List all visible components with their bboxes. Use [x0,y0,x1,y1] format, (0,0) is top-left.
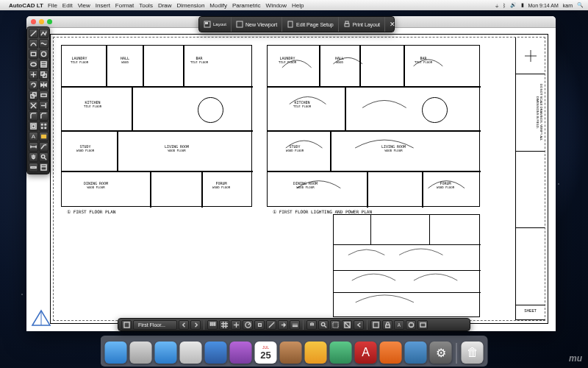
app-name[interactable]: AutoCAD LT [9,2,43,9]
dock-settings[interactable]: ⚙ [430,342,452,364]
menu-modify[interactable]: Modify [209,2,227,9]
menu-tools[interactable]: Tools [139,2,153,9]
dock-pages[interactable] [380,342,402,364]
dock-finder[interactable] [105,342,127,364]
svg-line-71 [324,325,326,328]
menu-edit[interactable]: Edit [62,2,73,9]
model-paper-toggle[interactable] [121,320,132,330]
tool-palette[interactable]: A [26,26,50,174]
tool-copy[interactable] [39,70,49,79]
tool-polyline[interactable] [39,29,49,38]
svg-rect-26 [32,125,35,128]
osnap-toggle[interactable] [254,320,265,330]
dock-calendar[interactable]: JUL25 [255,342,277,364]
svg-rect-46 [345,24,349,26]
tool-chamfer[interactable] [39,111,49,121]
tool-properties[interactable] [39,163,49,172]
tool-ellipse[interactable] [29,60,38,69]
tool-trim[interactable] [29,101,38,110]
layout-next[interactable] [190,320,201,330]
tool-rotate[interactable] [29,80,38,90]
lock-viewport[interactable] [382,320,392,330]
dock-photos[interactable] [305,342,327,364]
tool-fillet[interactable] [29,111,38,121]
print-layout-button[interactable]: Print Layout [339,17,385,32]
dock-itunes[interactable] [230,342,252,364]
wifi-icon[interactable]: ⏚ [495,3,498,8]
snap-toggle[interactable] [207,320,218,330]
bluetooth-icon[interactable]: ᛒ [503,3,506,8]
menu-parametric[interactable]: Parametric [232,2,261,9]
spotlight-icon[interactable]: 🔍 [577,2,584,8]
tool-mtext[interactable] [39,132,49,141]
menu-dimension[interactable]: Dimension [177,2,205,9]
zoom-tool[interactable] [318,320,329,330]
tool-hatch[interactable] [39,60,49,69]
tool-leader[interactable] [39,142,49,152]
layout-selector[interactable]: First Floor... [133,320,177,330]
tool-mirror[interactable] [39,80,49,90]
lineweight-toggle[interactable] [290,320,300,330]
menu-insert[interactable]: Insert [96,2,110,9]
annotation-scale[interactable]: A [394,320,404,330]
drawing-canvas[interactable]: LAUNDRYTILE FLOOR HALLWOOD BARTILE FLOOR… [26,28,556,331]
menu-window[interactable]: Window [266,2,287,9]
layout-prev[interactable] [179,320,189,330]
polar-toggle[interactable] [243,320,253,330]
tool-dimension[interactable] [29,142,38,152]
new-viewport-button[interactable]: New Viewport [232,17,282,32]
tool-stretch[interactable] [39,91,49,100]
dock-trash[interactable]: 🗑 [462,342,484,364]
dock-appstore[interactable] [205,342,227,364]
tool-pan[interactable] [29,152,38,162]
layout-toolbar-close[interactable]: ✕ [385,17,394,32]
dock-autocad[interactable]: A [355,342,377,364]
user-menu[interactable]: kam [563,3,573,8]
zoom-window[interactable] [330,320,340,330]
tool-arc[interactable] [29,39,38,49]
dyn-toggle[interactable] [278,320,288,330]
tool-measure[interactable] [29,163,38,172]
dock-facetime[interactable] [330,342,352,364]
tool-circle[interactable] [39,49,49,59]
clean-screen[interactable] [417,320,428,330]
menu-view[interactable]: View [78,2,90,9]
tool-scale[interactable] [29,91,38,100]
battery-icon[interactable]: ▮ [521,2,524,8]
tool-zoom[interactable] [39,152,49,162]
otrack-toggle[interactable] [266,320,276,330]
clock[interactable]: Mon 9:14 AM [528,3,559,8]
tool-spline[interactable] [39,39,49,49]
dock-contacts[interactable] [280,342,302,364]
tool-move[interactable] [29,70,38,79]
zoom-extents[interactable] [342,320,352,330]
dock-safari[interactable] [155,342,177,364]
layout-toolbar[interactable]: Layout New Viewport Edit Page Setup Prin… [198,16,395,32]
tool-text[interactable]: A [29,132,38,141]
dock-preview[interactable] [405,342,427,364]
tool-rectangle[interactable] [29,49,38,59]
tool-offset[interactable] [29,121,38,131]
tool-extend[interactable] [39,101,49,110]
menu-format[interactable]: Format [115,2,134,9]
room-study-floor: WOOD FLOOR [76,149,94,152]
dock-launchpad[interactable] [130,342,152,364]
workspace-switch[interactable] [406,320,416,330]
tool-array[interactable] [39,121,49,131]
grid-toggle[interactable] [219,320,229,330]
floor-plan-2-electrical: LAUNDRYTILE FLOOR HALLWOOD BARTILE FLOOR… [267,45,480,207]
dock-mail[interactable] [180,342,202,364]
pan-tool[interactable] [306,320,317,330]
zoom-previous[interactable] [354,320,364,330]
maximize-viewport[interactable] [370,320,381,330]
svg-point-7 [31,63,36,66]
menu-draw[interactable]: Draw [158,2,172,9]
menu-help[interactable]: Help [292,2,304,9]
volume-icon[interactable]: 🔊 [510,2,517,8]
menu-file[interactable]: File [48,2,57,9]
layout-toolbar-label[interactable]: Layout [199,17,232,32]
edit-page-setup-button[interactable]: Edit Page Setup [282,17,339,32]
wiring-overlay-3 [334,215,479,317]
tool-line[interactable] [29,29,38,38]
ortho-toggle[interactable] [231,320,241,330]
